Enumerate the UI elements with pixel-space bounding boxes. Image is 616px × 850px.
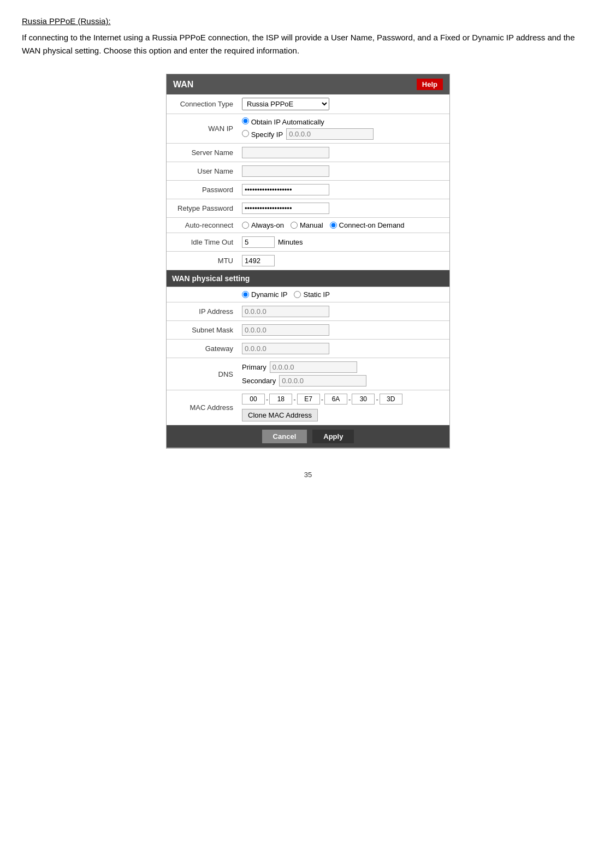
idle-time-out-input[interactable]: [242, 236, 275, 248]
gateway-label: Gateway: [167, 340, 238, 358]
mac-input-5[interactable]: [352, 394, 375, 405]
mtu-label: MTU: [167, 252, 238, 270]
dns-primary-input[interactable]: [270, 361, 357, 373]
subnet-mask-value: [238, 321, 449, 340]
idle-time-out-value: Minutes: [238, 233, 449, 252]
user-name-value: [238, 162, 449, 181]
specify-ip-label[interactable]: Specify IP: [242, 130, 283, 139]
connection-type-select[interactable]: Russia PPPoE: [242, 98, 329, 110]
always-on-option[interactable]: Always-on: [242, 221, 284, 229]
mac-sep-4: -: [348, 395, 351, 403]
mac-address-value: - - - - - Clone MAC Ad: [238, 390, 449, 425]
server-name-input[interactable]: [242, 147, 329, 158]
mac-address-row: MAC Address - - - -: [167, 390, 449, 425]
mtu-row: MTU: [167, 252, 449, 270]
auto-reconnect-row: Auto-reconnect Always-on Manual: [167, 218, 449, 233]
clone-mac-button[interactable]: Clone MAC Address: [242, 409, 318, 421]
dns-secondary-input[interactable]: [279, 375, 366, 387]
user-name-input[interactable]: [242, 165, 329, 177]
static-ip-radio[interactable]: [294, 291, 301, 298]
dns-row: DNS Primary Secondary: [167, 358, 449, 390]
password-row: Password: [167, 181, 449, 199]
mac-input-4[interactable]: [324, 394, 347, 405]
server-name-value: [238, 144, 449, 162]
ip-address-row: IP Address: [167, 302, 449, 321]
manual-radio[interactable]: [291, 222, 298, 229]
mac-address-label: MAC Address: [167, 390, 238, 425]
dynamic-ip-option[interactable]: Dynamic IP: [242, 290, 287, 299]
mac-input-6[interactable]: [380, 394, 402, 405]
gateway-input[interactable]: [242, 343, 329, 354]
wan-header: WAN Help: [167, 74, 449, 94]
retype-password-row: Retype Password: [167, 199, 449, 218]
obtain-ip-radio[interactable]: [242, 117, 249, 124]
footer-cell: Cancel Apply: [167, 425, 449, 448]
help-button[interactable]: Help: [417, 79, 443, 90]
subnet-mask-row: Subnet Mask: [167, 321, 449, 340]
connection-type-label: Connection Type: [167, 94, 238, 114]
password-value: [238, 181, 449, 199]
subnet-mask-input[interactable]: [242, 324, 329, 336]
gateway-row: Gateway: [167, 340, 449, 358]
wan-ip-value: Obtain IP Automatically Specify IP: [238, 114, 449, 144]
idle-time-out-row: Idle Time Out Minutes: [167, 233, 449, 252]
wan-title: WAN: [173, 80, 193, 90]
connect-on-demand-radio[interactable]: [330, 222, 337, 229]
auto-reconnect-label: Auto-reconnect: [167, 218, 238, 233]
mtu-value: [238, 252, 449, 270]
mtu-input[interactable]: [242, 255, 275, 266]
mac-input-2[interactable]: [269, 394, 292, 405]
intro-text: If connecting to the Internet using a Ru…: [22, 31, 594, 57]
idle-time-unit: Minutes: [278, 238, 303, 246]
auto-reconnect-value: Always-on Manual Connect-on Demand: [238, 218, 449, 233]
ip-type-row: Dynamic IP Static IP: [167, 287, 449, 302]
retype-password-input[interactable]: [242, 203, 329, 214]
wan-ip-row: WAN IP Obtain IP Automatically Specify I…: [167, 114, 449, 144]
dns-label: DNS: [167, 358, 238, 390]
gateway-value: [238, 340, 449, 358]
mac-sep-3: -: [321, 395, 323, 403]
wan-physical-header-row: WAN physical setting: [167, 270, 449, 287]
page-title: Russia PPPoE (Russia):: [22, 16, 594, 26]
dynamic-ip-radio[interactable]: [242, 291, 249, 298]
wan-table: Connection Type Russia PPPoE WAN IP: [167, 94, 449, 448]
page-number: 35: [22, 471, 594, 479]
dns-value: Primary Secondary: [238, 358, 449, 390]
footer-row: Cancel Apply: [167, 425, 449, 448]
ip-address-label: IP Address: [167, 302, 238, 321]
wan-physical-header: WAN physical setting: [167, 270, 449, 287]
ip-type-label: [167, 287, 238, 302]
password-input[interactable]: [242, 184, 329, 195]
server-name-row: Server Name: [167, 144, 449, 162]
mac-sep-1: -: [266, 395, 268, 403]
specify-ip-input[interactable]: [286, 128, 374, 140]
retype-password-label: Retype Password: [167, 199, 238, 218]
connection-type-value: Russia PPPoE: [238, 94, 449, 114]
dns-secondary-label: Secondary: [242, 377, 276, 385]
server-name-label: Server Name: [167, 144, 238, 162]
wan-ip-label: WAN IP: [167, 114, 238, 144]
manual-option[interactable]: Manual: [291, 221, 323, 229]
retype-password-value: [238, 199, 449, 218]
mac-sep-2: -: [293, 395, 295, 403]
static-ip-option[interactable]: Static IP: [294, 290, 329, 299]
wan-panel: WAN Help Connection Type Russia PPPoE WA…: [166, 74, 450, 449]
specify-ip-radio[interactable]: [242, 130, 249, 137]
ip-address-value: [238, 302, 449, 321]
obtain-ip-label[interactable]: Obtain IP Automatically: [242, 117, 445, 126]
apply-button[interactable]: Apply: [312, 430, 354, 443]
ip-address-input[interactable]: [242, 306, 329, 317]
ip-type-value: Dynamic IP Static IP: [238, 287, 449, 302]
connect-on-demand-option[interactable]: Connect-on Demand: [330, 221, 405, 229]
dns-primary-label: Primary: [242, 363, 266, 371]
always-on-radio[interactable]: [242, 222, 249, 229]
user-name-label: User Name: [167, 162, 238, 181]
connection-type-row: Connection Type Russia PPPoE: [167, 94, 449, 114]
user-name-row: User Name: [167, 162, 449, 181]
mac-input-1[interactable]: [242, 394, 265, 405]
subnet-mask-label: Subnet Mask: [167, 321, 238, 340]
idle-time-out-label: Idle Time Out: [167, 233, 238, 252]
cancel-button[interactable]: Cancel: [262, 430, 307, 443]
mac-sep-5: -: [376, 395, 378, 403]
mac-input-3[interactable]: [297, 394, 320, 405]
